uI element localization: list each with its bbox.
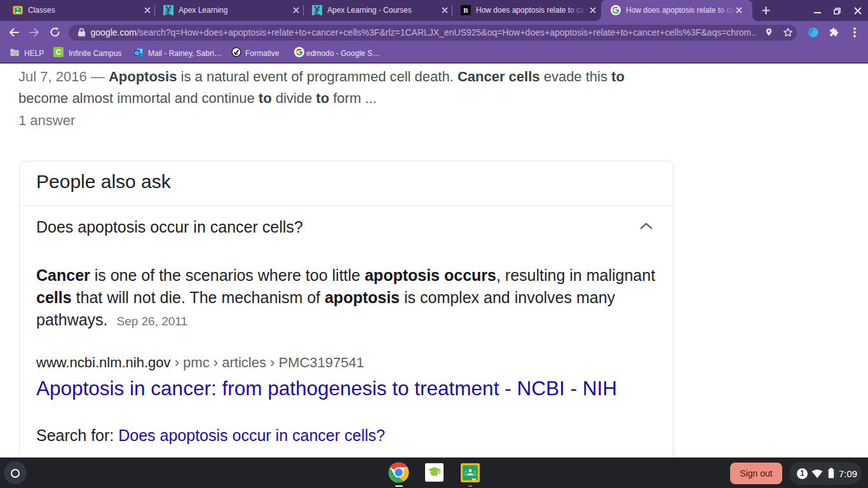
svg-text:B: B	[463, 6, 468, 14]
svg-text:O: O	[135, 50, 139, 56]
svg-text:C: C	[56, 48, 61, 56]
